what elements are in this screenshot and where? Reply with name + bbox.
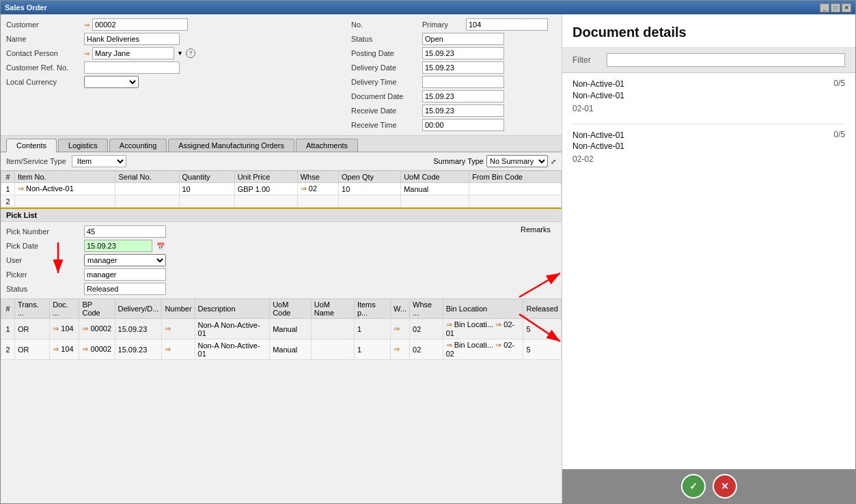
maximize-button[interactable]: □ <box>831 3 840 12</box>
pcell-whse: 02 <box>410 339 443 360</box>
no-row: No. Primary 104 <box>351 18 556 31</box>
pcell-uom-code: Manual <box>270 339 312 360</box>
contact-person-value[interactable]: Mary Jane <box>92 47 174 59</box>
table-row: 2 <box>1 195 562 208</box>
pcell-released: 5 <box>523 319 562 339</box>
pcell-w: ⇒ <box>391 319 410 339</box>
picker-value[interactable]: manager <box>84 268 166 281</box>
window-title: Sales Order <box>5 3 47 12</box>
pl-remarks: Remarks <box>521 225 556 295</box>
close-button[interactable]: ✕ <box>842 3 851 12</box>
item-service-row: Item/Service Type Item Summary Type No S… <box>1 152 562 171</box>
cell-num: 1 <box>1 183 15 195</box>
tab-logistics[interactable]: Logistics <box>58 139 108 152</box>
customer-value[interactable]: 00002 <box>92 18 188 31</box>
status-row: Status Open <box>351 33 556 45</box>
summary-type-dropdown[interactable]: No Summary <box>486 155 548 167</box>
pick-date-value[interactable]: 15.09.23 <box>84 240 152 252</box>
contact-arrow-icon: ⇒ <box>84 50 89 57</box>
col-header-uom-code: UoM Code <box>401 171 469 183</box>
pcol-released: Released <box>523 299 562 319</box>
pick-list-left-fields: Pick Number 45 Pick Date 15.09.23 📅 User… <box>6 225 166 295</box>
pcell-released: 5 <box>523 339 562 360</box>
pcell-description: Non-A Non-Active-01 <box>195 339 270 360</box>
contact-dropdown-icon[interactable]: ▼ <box>177 50 183 57</box>
local-currency-label: Local Currency <box>6 78 81 86</box>
doc-group-divider <box>572 124 845 124</box>
delivery-time-value[interactable] <box>422 76 504 88</box>
local-currency-dropdown[interactable] <box>84 76 139 88</box>
col-header-item-no: Item No. <box>15 171 115 183</box>
pcell-num: 2 <box>1 339 15 360</box>
cell-from-bin <box>469 183 562 195</box>
posting-date-row: Posting Date 15.09.23 <box>351 47 556 59</box>
status-row: Status Released <box>6 283 166 295</box>
customer-row: Customer ⇒ 00002 <box>6 18 225 31</box>
cell-quantity: 10 <box>179 183 234 195</box>
doc-group-2: Non-Active-01 Non-Active-01 0/5 02-02 <box>572 130 845 165</box>
pcol-description: Description <box>195 299 270 319</box>
no-value[interactable]: 104 <box>466 18 548 31</box>
pcell-doc: ⇒ 104 <box>50 319 79 339</box>
local-currency-row: Local Currency <box>6 76 225 88</box>
col-header-whse: Whse <box>297 171 338 183</box>
col-header-serial-no: Serial No. <box>115 171 179 183</box>
summary-right: Summary Type No Summary ⤢ <box>433 155 556 167</box>
receive-time-value[interactable]: 00:00 <box>422 119 504 131</box>
tab-assigned-manufacturing[interactable]: Assigned Manufacturing Orders <box>168 139 294 152</box>
posting-date-label: Posting Date <box>351 49 419 57</box>
pick-number-label: Pick Number <box>6 227 81 236</box>
calendar-icon[interactable]: 📅 <box>156 242 165 250</box>
pcell-items-p: 1 <box>354 319 390 339</box>
pick-table: # Trans. ... Doc. ... BP Code Delivery/D… <box>1 298 562 360</box>
doc-group-1-item1: Non-Active-01 <box>572 79 624 90</box>
pcol-uom-code: UoM Code <box>270 299 312 319</box>
header-left-fields: Customer ⇒ 00002 Name Hank Deliveries Co… <box>6 18 225 131</box>
doc-group-1-item2: Non-Active-01 <box>572 90 624 102</box>
tab-accounting[interactable]: Accounting <box>109 139 167 152</box>
filter-input[interactable] <box>607 53 845 67</box>
delivery-time-row: Delivery Time <box>351 76 556 88</box>
name-label: Name <box>6 35 81 43</box>
item-service-type-dropdown[interactable]: Item <box>72 155 126 167</box>
pcell-trans: OR <box>15 319 50 339</box>
delivery-date-row: Delivery Date 15.09.23 <box>351 61 556 74</box>
pcell-whse: 02 <box>410 319 443 339</box>
cell-item-no[interactable] <box>15 195 115 208</box>
summary-type-label: Summary Type <box>433 157 484 165</box>
content-area: Customer ⇒ 00002 Name Hank Deliveries Co… <box>1 14 855 503</box>
cell-whse: ⇒ 02 <box>297 183 338 195</box>
pcol-bin: Bin Location <box>443 299 523 319</box>
cell-item-no[interactable]: ⇒ Non-Active-01 <box>15 183 115 195</box>
document-date-value[interactable]: 15.09.23 <box>422 90 504 102</box>
user-dropdown[interactable]: manager <box>84 254 166 266</box>
pcell-description: Non-A Non-Active-01 <box>195 319 270 339</box>
delivery-date-value[interactable]: 15.09.23 <box>422 61 504 74</box>
tab-attachments[interactable]: Attachments <box>296 139 358 152</box>
info-icon[interactable]: ? <box>186 48 195 58</box>
expand-icon[interactable]: ⤢ <box>551 158 556 165</box>
pcell-bin: ⇒ Bin Locati... ⇒ 02-01 <box>443 319 523 339</box>
pcol-uom-name: UoM Name <box>311 299 354 319</box>
header-section: Customer ⇒ 00002 Name Hank Deliveries Co… <box>1 14 562 136</box>
customer-ref-value[interactable] <box>84 61 180 74</box>
pcell-bp: ⇒ 00002 <box>79 339 115 360</box>
pcol-delivery: Delivery/D... <box>115 299 162 319</box>
pcell-doc: ⇒ 104 <box>50 339 79 360</box>
pl-status-value: Released <box>84 283 166 295</box>
receive-date-value[interactable]: 15.09.23 <box>422 104 504 117</box>
pcol-doc: Doc. ... <box>50 299 79 319</box>
minimize-button[interactable]: _ <box>820 3 829 12</box>
tab-contents[interactable]: Contents <box>6 139 57 152</box>
col-header-open-qty: Open Qty <box>339 171 401 183</box>
pick-date-label: Pick Date <box>6 242 81 250</box>
doc-confirm-button[interactable]: ✓ <box>681 474 706 499</box>
cell-quantity <box>179 195 234 208</box>
posting-date-value[interactable]: 15.09.23 <box>422 47 504 59</box>
name-value[interactable]: Hank Deliveries <box>84 33 180 45</box>
delivery-date-label: Delivery Date <box>351 64 419 72</box>
window-controls: _ □ ✕ <box>820 3 851 12</box>
pick-number-value[interactable]: 45 <box>84 225 166 238</box>
tabs-bar: Contents Logistics Accounting Assigned M… <box>1 136 562 152</box>
doc-cancel-button[interactable]: ✕ <box>713 474 737 499</box>
